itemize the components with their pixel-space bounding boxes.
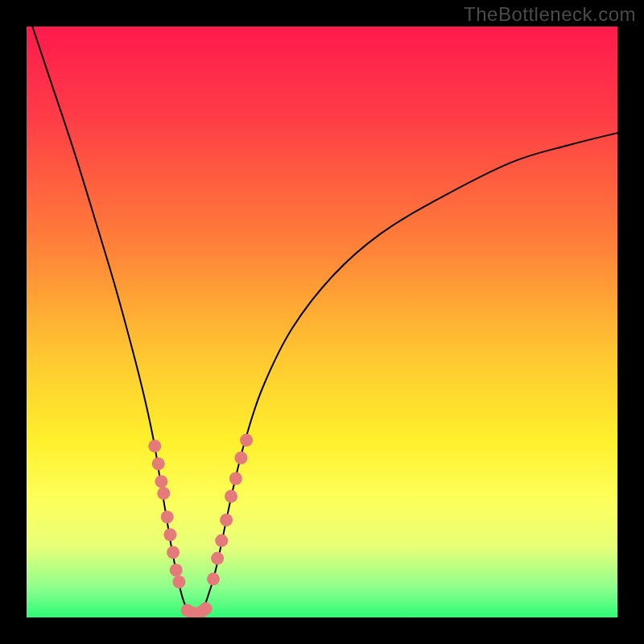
data-point <box>155 475 167 488</box>
data-point <box>207 572 220 585</box>
chart-frame: TheBottleneck.com <box>0 0 644 644</box>
plot-area <box>27 27 617 617</box>
watermark-label: TheBottleneck.com <box>464 3 636 26</box>
data-point <box>161 510 174 523</box>
data-point <box>220 514 233 526</box>
data-point <box>199 602 212 615</box>
chart-svg <box>27 27 617 617</box>
data-point <box>225 490 237 503</box>
data-point <box>240 434 253 447</box>
data-point <box>152 457 165 470</box>
chart-background <box>27 27 617 617</box>
data-point <box>211 552 224 565</box>
data-point <box>148 440 161 452</box>
data-point <box>157 487 170 500</box>
data-point <box>172 576 185 588</box>
data-point <box>163 528 176 541</box>
data-point <box>215 535 228 547</box>
data-point <box>167 546 180 559</box>
data-point <box>234 452 247 464</box>
data-point <box>170 564 183 576</box>
data-point <box>229 473 242 485</box>
